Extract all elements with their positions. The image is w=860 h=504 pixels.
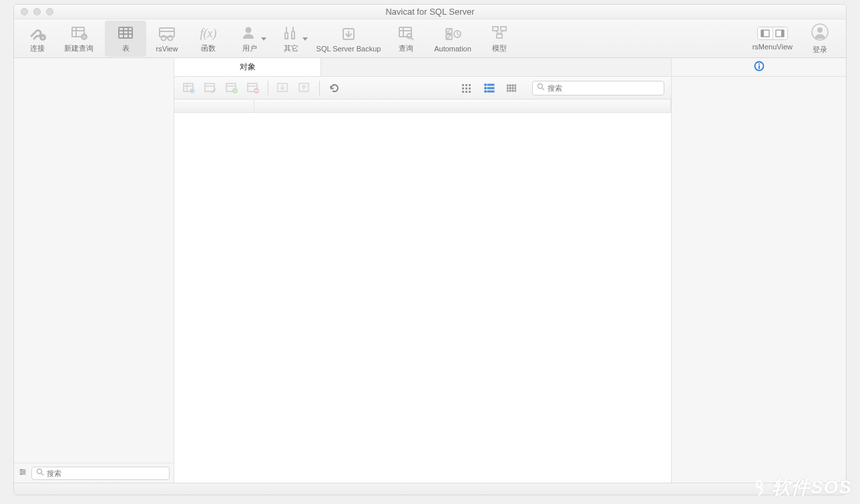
query-icon bbox=[396, 23, 416, 42]
svg-point-18 bbox=[246, 27, 252, 33]
svg-rect-63 bbox=[462, 87, 464, 89]
search-icon bbox=[36, 468, 44, 478]
svg-rect-36 bbox=[781, 30, 784, 37]
main-body: 对象 + bbox=[14, 58, 846, 483]
table-icon bbox=[116, 23, 136, 42]
delete-table-button[interactable] bbox=[245, 80, 261, 96]
titlebar: Navicat for SQL Server bbox=[14, 5, 846, 19]
sidebar-search-input[interactable] bbox=[47, 469, 165, 477]
view-mode-toggle bbox=[459, 80, 520, 96]
svg-rect-68 bbox=[469, 91, 471, 93]
svg-rect-65 bbox=[469, 87, 471, 89]
center-panel: 对象 + bbox=[174, 58, 671, 483]
svg-point-85 bbox=[758, 63, 759, 65]
svg-rect-48 bbox=[205, 83, 214, 91]
refresh-button[interactable] bbox=[327, 80, 343, 96]
info-panel-header bbox=[672, 58, 846, 77]
close-traffic-light[interactable] bbox=[21, 8, 28, 15]
window-controls bbox=[21, 8, 53, 15]
model-button[interactable]: 模型 bbox=[479, 21, 520, 57]
sidebar-search[interactable] bbox=[31, 467, 170, 480]
svg-rect-32 bbox=[497, 34, 502, 38]
import-wizard-button[interactable] bbox=[275, 80, 291, 96]
main-toolbar: + 连接 + 新建查询 bbox=[14, 19, 846, 58]
connection-tree[interactable] bbox=[14, 58, 174, 463]
svg-line-83 bbox=[542, 88, 544, 90]
new-query-button[interactable]: + 新建查询 bbox=[58, 21, 99, 57]
sidebar bbox=[14, 58, 174, 483]
watermark: 软件SOS bbox=[750, 475, 852, 500]
column-header-1[interactable] bbox=[174, 99, 254, 112]
object-toolbar: + bbox=[174, 77, 671, 99]
automation-icon bbox=[443, 25, 463, 43]
column-header-2[interactable] bbox=[254, 99, 671, 112]
chevron-down-icon bbox=[302, 34, 308, 43]
svg-point-69 bbox=[485, 83, 487, 85]
toggle-left-panel[interactable] bbox=[758, 27, 773, 39]
svg-rect-74 bbox=[487, 91, 494, 92]
info-panel bbox=[671, 58, 846, 483]
backup-icon bbox=[339, 25, 358, 43]
user-button[interactable]: 用户 bbox=[229, 21, 270, 57]
function-icon: f(x) bbox=[198, 23, 218, 42]
window-title: Navicat for SQL Server bbox=[14, 7, 846, 17]
design-table-button[interactable] bbox=[202, 80, 218, 96]
connection-button[interactable]: + 连接 bbox=[17, 21, 58, 57]
automation-button[interactable]: Automation bbox=[427, 21, 479, 57]
svg-rect-64 bbox=[465, 87, 467, 89]
svg-text:+: + bbox=[83, 34, 86, 40]
rsview-button[interactable]: rsView bbox=[146, 21, 188, 57]
view-grid-button[interactable] bbox=[459, 80, 475, 96]
svg-line-43 bbox=[41, 473, 43, 475]
login-button[interactable]: 登录 bbox=[802, 21, 838, 57]
svg-rect-30 bbox=[493, 27, 498, 31]
svg-point-73 bbox=[485, 90, 487, 92]
chevron-down-icon bbox=[261, 34, 266, 43]
export-wizard-button[interactable] bbox=[296, 80, 312, 96]
info-icon[interactable] bbox=[754, 61, 765, 73]
new-table-button[interactable]: + bbox=[224, 80, 240, 96]
svg-rect-72 bbox=[487, 87, 494, 89]
object-list-header bbox=[174, 99, 671, 113]
svg-point-82 bbox=[538, 84, 543, 89]
panel-toggle bbox=[757, 27, 788, 40]
minimize-traffic-light[interactable] bbox=[33, 8, 41, 15]
user-icon bbox=[240, 23, 260, 42]
svg-text:+: + bbox=[41, 35, 45, 41]
svg-point-38 bbox=[817, 27, 823, 33]
other-button[interactable]: 其它 bbox=[270, 21, 312, 57]
rs-menu-view: rsMenuView bbox=[752, 21, 793, 57]
app-window: Navicat for SQL Server + 连接 bbox=[13, 4, 847, 495]
svg-text:f(x): f(x) bbox=[200, 27, 217, 41]
view-list-button[interactable] bbox=[481, 80, 497, 96]
object-search-input[interactable] bbox=[548, 84, 660, 92]
svg-rect-60 bbox=[462, 84, 464, 86]
zoom-traffic-light[interactable] bbox=[46, 8, 53, 15]
model-icon bbox=[489, 23, 509, 42]
svg-rect-12 bbox=[160, 28, 174, 37]
svg-rect-86 bbox=[759, 65, 760, 69]
svg-rect-61 bbox=[465, 84, 467, 86]
svg-point-42 bbox=[37, 469, 42, 474]
svg-rect-62 bbox=[469, 84, 471, 86]
table-button[interactable]: 表 bbox=[105, 21, 146, 57]
svg-rect-66 bbox=[462, 91, 464, 93]
svg-point-47 bbox=[190, 88, 195, 93]
info-panel-body bbox=[672, 77, 846, 483]
svg-point-71 bbox=[485, 87, 487, 89]
open-table-button[interactable] bbox=[181, 80, 197, 96]
status-bar bbox=[14, 483, 846, 495]
tab-objects[interactable]: 对象 bbox=[174, 58, 321, 76]
object-search[interactable] bbox=[532, 81, 664, 95]
function-button[interactable]: f(x) 函数 bbox=[188, 21, 229, 57]
svg-rect-67 bbox=[465, 91, 467, 93]
sidebar-settings-icon[interactable] bbox=[18, 467, 27, 479]
wrench-icon bbox=[281, 23, 301, 42]
toggle-right-panel[interactable] bbox=[773, 27, 787, 39]
view-detail-button[interactable] bbox=[504, 80, 520, 96]
query-button[interactable]: 查询 bbox=[385, 21, 427, 57]
svg-point-39 bbox=[21, 469, 23, 471]
object-list-area[interactable] bbox=[174, 113, 671, 483]
svg-text:+: + bbox=[234, 89, 236, 93]
sql-server-backup-button[interactable]: SQL Server Backup bbox=[312, 21, 385, 57]
